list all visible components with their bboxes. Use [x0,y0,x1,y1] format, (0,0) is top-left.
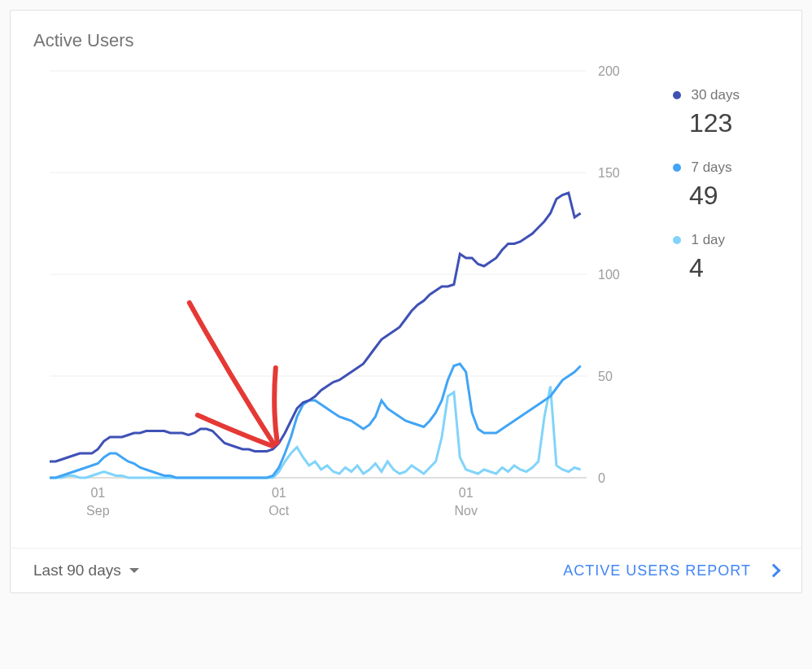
svg-text:0: 0 [598,471,605,485]
chevron-down-icon [129,568,139,573]
legend-label: 30 days [691,87,740,103]
card-footer: Last 90 days ACTIVE USERS REPORT [11,548,801,592]
legend-value: 4 [673,253,779,283]
svg-text:100: 100 [598,268,620,282]
svg-text:Oct: Oct [268,504,289,518]
svg-text:Nov: Nov [454,504,477,518]
svg-text:01: 01 [90,486,105,500]
legend: 30 days 123 7 days 49 1 day 4 [657,63,779,535]
legend-value: 123 [673,108,779,138]
legend-dot-icon [673,236,681,244]
svg-text:150: 150 [598,166,620,180]
chart-row: 05010015020001Sep01Oct01Nov 30 days 123 … [33,63,779,535]
card-title: Active Users [33,30,779,51]
date-range-label: Last 90 days [33,562,121,579]
svg-text:Sep: Sep [86,504,110,518]
legend-label: 1 day [691,232,725,247]
legend-value: 49 [673,181,779,211]
active-users-report-link[interactable]: ACTIVE USERS REPORT [563,562,779,579]
active-users-card: Active Users 05010015020001Sep01Oct01Nov… [10,10,802,593]
svg-text:50: 50 [598,369,613,383]
line-chart: 05010015020001Sep01Oct01Nov [33,63,635,535]
svg-text:01: 01 [459,486,474,500]
svg-text:01: 01 [272,486,286,500]
legend-dot-icon [673,91,681,99]
legend-label: 7 days [691,160,731,175]
chart-area: 05010015020001Sep01Oct01Nov [33,63,657,535]
legend-item-30-days[interactable]: 30 days 123 [673,87,779,138]
legend-item-1-day[interactable]: 1 day 4 [673,232,779,283]
chevron-right-icon [767,564,781,578]
svg-text:200: 200 [598,64,620,78]
card-body: Active Users 05010015020001Sep01Oct01Nov… [11,11,801,548]
report-link-label: ACTIVE USERS REPORT [563,562,751,579]
legend-dot-icon [673,164,681,172]
date-range-selector[interactable]: Last 90 days [33,562,139,579]
legend-item-7-days[interactable]: 7 days 49 [673,160,779,211]
